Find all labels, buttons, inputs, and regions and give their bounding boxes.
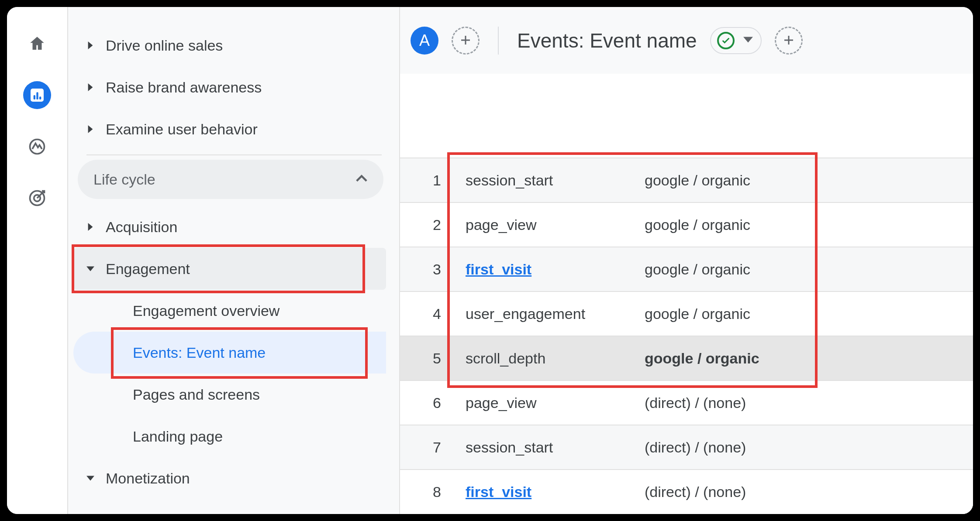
- source-medium-cell: google / organic: [645, 247, 973, 291]
- sidebar-item-label: Monetization: [106, 470, 190, 487]
- table-row[interactable]: 2page_viewgoogle / organic: [400, 202, 973, 247]
- filter-pill[interactable]: [710, 27, 762, 54]
- add-filter-button[interactable]: [775, 27, 803, 55]
- table-row[interactable]: 4user_engagementgoogle / organic: [400, 291, 973, 336]
- sidebar-sub-pages-screens[interactable]: Pages and screens: [73, 374, 386, 415]
- chevron-right-icon: [86, 223, 106, 231]
- source-medium-cell: (direct) / (none): [645, 380, 973, 425]
- table-row[interactable]: 7session_start(direct) / (none): [400, 425, 973, 470]
- add-comparison-button[interactable]: [452, 27, 480, 55]
- chevron-up-icon: [355, 171, 368, 188]
- sidebar-item-monetization[interactable]: Monetization: [73, 457, 386, 499]
- sidebar-item-label: Raise brand awareness: [106, 79, 262, 96]
- row-index: 1: [400, 158, 466, 202]
- table-row[interactable]: 8first_visit(direct) / (none): [400, 470, 973, 514]
- chevron-right-icon: [86, 125, 106, 133]
- sidebar-item-drive-sales[interactable]: Drive online sales: [73, 24, 386, 66]
- sidebar-section-lifecycle[interactable]: Life cycle: [78, 160, 383, 199]
- sidebar-item-label: Drive online sales: [106, 37, 223, 54]
- sidebar-item-label: Engagement overview: [133, 302, 280, 319]
- badge-label: A: [419, 31, 430, 50]
- chevron-right-icon: [86, 83, 106, 91]
- nav-rail: [7, 7, 68, 514]
- row-index: 7: [400, 425, 466, 470]
- sidebar-item-label: Engagement: [106, 260, 190, 278]
- event-link[interactable]: first_visit: [466, 483, 531, 500]
- home-icon[interactable]: [23, 30, 51, 58]
- event-name-cell: session_start: [466, 158, 645, 202]
- main: A Events: Event name: [400, 7, 973, 514]
- plus-icon: [459, 30, 472, 51]
- reports-icon[interactable]: [23, 81, 51, 109]
- source-medium-cell: (direct) / (none): [645, 425, 973, 470]
- sidebar-item-user-behavior[interactable]: Examine user behavior: [73, 108, 386, 150]
- row-index: 6: [400, 380, 466, 425]
- divider: [86, 154, 382, 155]
- table-row[interactable]: 1session_startgoogle / organic: [400, 158, 973, 202]
- row-index: 5: [400, 336, 466, 380]
- sidebar-item-label: Acquisition: [106, 219, 177, 236]
- event-name-cell: first_visit: [466, 247, 645, 291]
- sidebar-item-label: Landing page: [133, 428, 223, 445]
- advertising-icon[interactable]: [23, 184, 51, 212]
- explore-icon[interactable]: [23, 133, 51, 161]
- sidebar-item-brand-awareness[interactable]: Raise brand awareness: [73, 66, 386, 108]
- sidebar-sub-events[interactable]: Events: Event name: [73, 332, 386, 374]
- event-name-cell: page_view: [466, 380, 645, 425]
- check-circle-icon: [717, 32, 735, 49]
- sidebar-item-label: Events: Event name: [133, 344, 266, 361]
- row-index: 8: [400, 470, 466, 514]
- svg-rect-2: [36, 92, 38, 99]
- sidebar: Drive online sales Raise brand awareness…: [68, 7, 400, 514]
- row-index: 4: [400, 291, 466, 336]
- event-name-cell: first_visit: [466, 470, 645, 514]
- source-medium-cell: google / organic: [645, 336, 973, 380]
- page-title: Events: Event name: [517, 29, 697, 52]
- sidebar-item-engagement[interactable]: Engagement: [73, 248, 386, 290]
- plus-icon: [782, 30, 795, 51]
- sidebar-item-acquisition[interactable]: Acquisition: [73, 206, 386, 248]
- event-name-cell: user_engagement: [466, 291, 645, 336]
- sidebar-item-label: Pages and screens: [133, 386, 260, 403]
- chevron-down-icon: [86, 265, 106, 273]
- table-row[interactable]: 5scroll_depthgoogle / organic: [400, 336, 973, 380]
- report-content: 1session_startgoogle / organic2page_view…: [400, 74, 973, 514]
- source-medium-cell: google / organic: [645, 202, 973, 247]
- separator: [498, 27, 499, 55]
- chevron-down-icon: [743, 35, 753, 46]
- table-row[interactable]: 6page_view(direct) / (none): [400, 380, 973, 425]
- svg-rect-1: [34, 95, 35, 99]
- source-medium-cell: google / organic: [645, 158, 973, 202]
- event-name-cell: page_view: [466, 202, 645, 247]
- event-link[interactable]: first_visit: [466, 261, 531, 278]
- row-index: 2: [400, 202, 466, 247]
- chevron-down-icon: [86, 474, 106, 482]
- svg-rect-3: [39, 96, 41, 99]
- sidebar-sub-landing-page[interactable]: Landing page: [73, 415, 386, 457]
- event-name-cell: scroll_depth: [466, 336, 645, 380]
- table-row[interactable]: 3first_visitgoogle / organic: [400, 247, 973, 291]
- sidebar-sub-engagement-overview[interactable]: Engagement overview: [73, 290, 386, 332]
- event-name-cell: session_start: [466, 425, 645, 470]
- chevron-right-icon: [86, 41, 106, 49]
- toolbar: A Events: Event name: [400, 7, 973, 74]
- source-medium-cell: google / organic: [645, 291, 973, 336]
- row-index: 3: [400, 247, 466, 291]
- source-medium-cell: (direct) / (none): [645, 470, 973, 514]
- comparison-badge-a[interactable]: A: [411, 27, 438, 55]
- events-table: 1session_startgoogle / organic2page_view…: [400, 158, 973, 514]
- sidebar-section-label: Life cycle: [93, 171, 155, 188]
- sidebar-item-label: Examine user behavior: [106, 121, 258, 138]
